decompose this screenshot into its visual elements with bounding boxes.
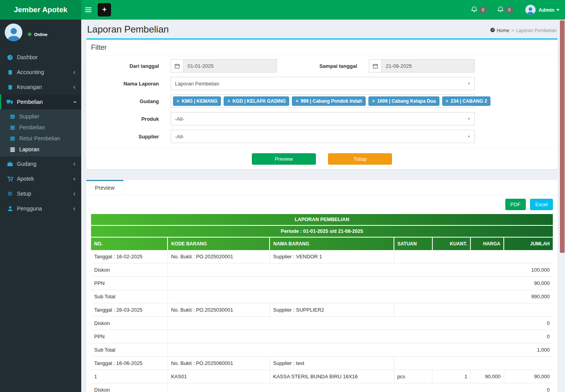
truck-icon [6,99,14,105]
avatar [5,24,22,41]
excel-button[interactable]: Excel [530,199,553,210]
user-icon [6,206,14,211]
sidebar-subitem-retur-pembelian[interactable]: Retur Pembelian [0,133,81,144]
breadcrumb-home-link[interactable]: Home [490,27,509,34]
sidebar-item-apotek[interactable]: Apotek ‹ [0,171,81,186]
sidebar-user-panel: Online [0,20,81,47]
breadcrumb-separator: > [511,28,514,33]
cell: 990,000 [168,290,553,303]
cell: 0 [168,330,553,343]
filter-box-title: Filter [86,40,558,56]
sidebar-item-gudang[interactable]: Gudang ‹ [0,156,81,171]
cell: No. Bukti : PO.2025020001 [168,250,270,263]
page: Jember Apotek + 0 0 Admin [0,0,565,392]
chevron-down-icon [556,9,560,11]
sidebar-subitem-laporan[interactable]: Laporan [0,144,81,155]
gudang-tag[interactable]: ×999 | Cabang Pondok Indah [292,96,366,106]
remove-tag-icon[interactable]: × [177,98,179,104]
user-menu[interactable]: Admin [518,5,560,15]
sidebar-item-setup[interactable]: ⚙ Setup ‹ [0,186,81,201]
user-name: Admin [539,7,554,13]
supplier-select[interactable]: -All- ▼ [171,130,475,143]
remove-tag-icon[interactable]: × [227,98,230,104]
chevron-down-icon: ▼ [467,82,470,85]
cell: Diskon [91,263,168,277]
nama-laporan-select[interactable]: Laporan Pembelian ▼ [171,77,475,90]
vertical-scrollbar[interactable] [560,20,565,392]
cell: 90,000 [470,370,504,383]
table-row: Diskon0 [91,383,553,392]
table-row: Diskon0 [91,317,553,330]
dari-tanggal-input[interactable] [183,59,277,73]
nama-laporan-label: Nama Laporan [86,81,171,87]
sidebar-subitem-label: Supplier [19,113,39,120]
dashboard-icon [490,27,495,34]
preview-button[interactable]: Preview [252,153,316,165]
scrollbar-thumb[interactable] [560,20,565,253]
cell: PPN [91,277,168,290]
cell: pcs [394,370,432,383]
alerts-menu[interactable]: 0 [492,0,518,20]
remove-tag-icon[interactable]: × [372,98,375,104]
cell: Tanggal : 16-06-2025 [91,357,168,370]
breadcrumb: Home > Laporan Pembelian [490,27,557,35]
tab-preview[interactable]: Preview [86,180,124,195]
cell: 0 [168,383,553,392]
sidebar-toggle-button[interactable] [81,0,95,20]
table-row: Diskon100,000 [91,263,553,277]
sidebar-subitem-supplier[interactable]: Supplier [0,111,81,122]
cell: Tanggal : 28-03-2025 [91,303,168,317]
sidebar-item-keuangan[interactable]: Keuangan ‹ [0,80,81,94]
sidebar-item-pengguna[interactable]: Pengguna ‹ [0,201,81,216]
report-column-headers: NO. KODE BARANG NAMA BARANG SATUAN KUANT… [91,237,553,250]
report-title: LAPORAN PEMBELIAN [91,214,553,225]
gudang-tag[interactable]: ×KMG | KEMANG [173,96,221,106]
column-header: SATUAN [394,237,432,250]
online-status-icon [28,33,31,36]
notification-count-badge: 0 [479,6,487,14]
sampai-tanggal-input[interactable] [381,59,475,73]
tutup-button[interactable]: Tutup [328,153,392,165]
produk-select[interactable]: -All- ▼ [171,112,475,125]
online-status-label: Online [34,32,47,37]
gudang-tag[interactable]: ×234 | CABANG 2 [442,96,491,106]
table-row: Sub Total1,000 [91,343,553,357]
notifications-menu[interactable]: 0 [466,0,492,20]
cell: KASSA STERIL BUNDA BIRU 16X16 [270,370,394,383]
pdf-button[interactable]: PDF [505,199,526,210]
add-button[interactable]: + [98,3,111,16]
cell: Supplier : SUPPLIER2 [270,303,394,317]
table-row: 1KAS01KASSA STERIL BUNDA BIRU 16X16pcs19… [91,370,553,383]
brand-logo[interactable]: Jember Apotek [0,0,81,20]
chevron-down-icon: ‹ [72,101,76,103]
table-row: Tanggal : 16-02-2025No. Bukti : PO.20250… [91,250,553,263]
gudang-multiselect[interactable]: ×KMG | KEMANG ×KGD | KELAPA GADING ×999 … [171,94,475,108]
sidebar-subitem-pembelian[interactable]: Pembelian [0,122,81,133]
sidebar-item-label: Gudang [17,161,36,167]
list-bars-icon [8,114,16,119]
avatar [525,5,536,15]
report-table-body: Tanggal : 16-02-2025No. Bukti : PO.20250… [91,250,553,392]
table-row: PPN0 [91,330,553,343]
remove-tag-icon[interactable]: × [446,98,448,104]
gudang-tag[interactable]: ×KGD | KELAPA GADING [224,96,289,106]
sidebar-item-accounting[interactable]: Accounting ‹ [0,65,81,80]
remove-tag-icon[interactable]: × [295,98,298,104]
sidebar-item-label: Pengguna [17,205,42,212]
sidebar-item-pembelian[interactable]: Pembelian ‹ [0,94,81,109]
chevron-left-icon: ‹ [73,192,75,196]
sidebar-menu: Dashbor Accounting ‹ Keuangan ‹ [0,50,81,216]
sidebar-item-dashbor[interactable]: Dashbor [0,50,81,65]
gudang-tag[interactable]: ×1009 | Cabang Kelapa Dua [368,96,439,106]
cell [394,357,553,370]
chevron-left-icon: ‹ [73,177,75,181]
bell-icon [471,6,478,14]
cell: 90,000 [504,370,553,383]
report-table: LAPORAN PEMBELIAN Periode : 01-01-2025 s… [91,214,553,392]
cell: Tanggal : 16-02-2025 [91,250,168,263]
cart-icon [6,176,14,182]
sidebar-item-label: Setup [17,191,31,197]
column-header: KODE BARANG [168,237,270,250]
cell [394,303,553,317]
sidebar-item-label: Accounting [17,69,44,75]
